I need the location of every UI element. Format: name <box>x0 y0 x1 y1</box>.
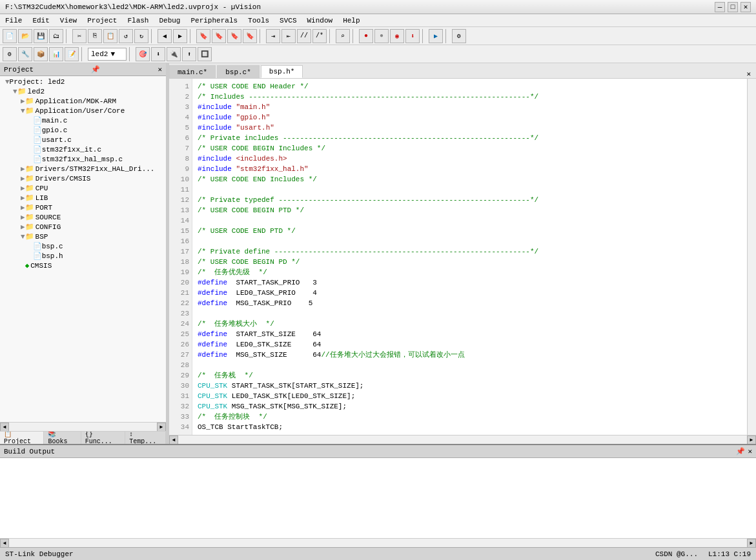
download-button[interactable]: ⬇ <box>405 29 420 43</box>
tab-bsph[interactable]: bsp.h* <box>261 65 303 78</box>
undo-button[interactable]: ↺ <box>119 29 133 43</box>
copy-button[interactable]: ⎘ <box>88 29 102 43</box>
project-hscroll[interactable]: ◀ ▶ <box>0 422 166 431</box>
menu-window[interactable]: Window <box>302 14 338 26</box>
proj-tab-project[interactable]: 📋 Project <box>0 432 44 444</box>
tree-appuser[interactable]: ▼ 📁Application/User/Core <box>0 106 166 115</box>
editor-scroll-right[interactable]: ▶ <box>747 435 756 445</box>
bookmark4-button[interactable]: 🔖 <box>243 29 257 43</box>
minimize-button[interactable]: — <box>715 2 725 12</box>
target-btn2[interactable]: 🔧 <box>18 47 32 61</box>
proj-scroll-left[interactable]: ◀ <box>0 423 9 432</box>
menu-edit[interactable]: Edit <box>27 14 54 26</box>
target-dropdown[interactable]: led2 ▼ <box>88 48 127 61</box>
indent-button[interactable]: ⇥ <box>266 29 280 43</box>
back-button[interactable]: ◀ <box>158 29 172 43</box>
tree-port-folder[interactable]: ▶ 📁PORT <box>0 203 166 212</box>
tree-cpu-folder[interactable]: ▶ 📁CPU <box>0 183 166 193</box>
tree-bsph[interactable]: ▶ 📄 bsp.h <box>0 251 166 261</box>
tree-gpioc[interactable]: ▶ 📄 gpio.c <box>0 125 166 135</box>
target-config-button[interactable]: ⚙ <box>3 47 17 61</box>
toolbar2: ⚙ 🔧 📦 📊 📝 led2 ▼ 🎯 ⬇ 🔌 ⬆ 🔲 <box>0 45 756 63</box>
tree-config-folder[interactable]: ▶ 📁CONFIG <box>0 222 166 232</box>
build-button[interactable]: ● <box>359 29 373 43</box>
menu-svcs[interactable]: SVCS <box>274 14 301 26</box>
editor-tabs: main.c* bsp.c* bsp.h* ✕ <box>169 63 756 79</box>
tree-stm32it[interactable]: ▶ 📄 stm32f1xx_it.c <box>0 145 166 154</box>
build-pin-icon[interactable]: 📌 <box>736 447 745 455</box>
tree-usartc[interactable]: ▶ 📄 usart.c <box>0 135 166 145</box>
target-btn5[interactable]: 📝 <box>65 47 79 61</box>
proj-tab-books[interactable]: 📚 Books <box>44 432 81 444</box>
editor-hscroll[interactable]: ◀ ▶ <box>169 435 756 444</box>
menu-flash[interactable]: Flash <box>122 14 154 26</box>
menu-peripherals[interactable]: Peripherals <box>185 14 243 26</box>
tree-lib-folder[interactable]: ▶ 📁LIB <box>0 193 166 203</box>
menu-file[interactable]: File <box>0 14 27 26</box>
menu-project[interactable]: Project <box>82 14 122 26</box>
cut-button[interactable]: ✂ <box>72 29 87 43</box>
tree-root[interactable]: ▼ Project: led2 <box>0 77 166 86</box>
menu-help[interactable]: Help <box>338 14 365 26</box>
editor-scroll-left[interactable]: ◀ <box>169 435 178 445</box>
bookmark2-button[interactable]: 🔖 <box>212 29 226 43</box>
editor-close-button[interactable]: ✕ <box>746 70 756 78</box>
save-all-button[interactable]: 🗂 <box>49 29 63 43</box>
bookmark1-button[interactable]: 🔖 <box>196 29 210 43</box>
tree-bsp-folder[interactable]: ▼ 📁BSP <box>0 232 166 241</box>
sep9 <box>81 47 85 61</box>
build-content[interactable] <box>0 458 756 538</box>
tree-cmsis-diamond[interactable]: ▶ ◆CMSIS <box>0 261 166 270</box>
target-btn10[interactable]: 🔲 <box>198 47 212 61</box>
outdent-button[interactable]: ⇤ <box>281 29 296 43</box>
status-position: L1:13 C:19 <box>708 550 751 558</box>
forward-button[interactable]: ▶ <box>173 29 187 43</box>
build-scroll-left[interactable]: ◀ <box>0 539 9 548</box>
close-button[interactable]: ✕ <box>741 2 751 12</box>
comment-button[interactable]: // <box>297 29 311 43</box>
target-btn7[interactable]: ⬇ <box>151 47 165 61</box>
editor-vscroll[interactable] <box>747 79 756 435</box>
tab-bspc[interactable]: bsp.c* <box>217 65 260 78</box>
tree-led2-folder[interactable]: ▼ 📁led2 <box>0 86 166 96</box>
bookmark3-button[interactable]: 🔖 <box>227 29 241 43</box>
project-close-icon[interactable]: ✕ <box>158 65 162 74</box>
tree-source-folder[interactable]: ▶ 📁SOURCE <box>0 212 166 222</box>
open-file-button[interactable]: 📂 <box>18 29 32 43</box>
tree-drivers-cmsis[interactable]: ▶ 📁Drivers/CMSIS <box>0 174 166 183</box>
menu-debug[interactable]: Debug <box>154 14 185 26</box>
tree-bspc[interactable]: ▶ 📄 bsp.c <box>0 241 166 251</box>
build-close-icon[interactable]: ✕ <box>748 447 752 455</box>
project-pin-icon[interactable]: 📌 <box>91 65 100 74</box>
tree-appmdk[interactable]: ▶ 📁Application/MDK-ARM <box>0 96 166 106</box>
paste-button[interactable]: 📋 <box>103 29 117 43</box>
sep5 <box>329 29 333 43</box>
redo-button[interactable]: ↻ <box>134 29 148 43</box>
settings-button[interactable]: ⚙ <box>452 29 466 43</box>
proj-tab-temp[interactable]: ↕ Temp... <box>125 432 166 444</box>
tree-mainc[interactable]: ▶ 📄 main.c <box>0 115 166 125</box>
stop-build-button[interactable]: ● <box>374 29 389 43</box>
rebuild-button[interactable]: ◉ <box>390 29 404 43</box>
save-button[interactable]: 💾 <box>34 29 48 43</box>
menu-view[interactable]: View <box>55 14 82 26</box>
proj-tab-func[interactable]: {} Func... <box>81 432 125 444</box>
proj-scroll-right[interactable]: ▶ <box>157 423 166 432</box>
uncomment-button[interactable]: /* <box>312 29 327 43</box>
build-hscroll[interactable]: ◀ ▶ <box>0 538 756 547</box>
target-btn3[interactable]: 📦 <box>34 47 48 61</box>
menu-tools[interactable]: Tools <box>243 14 274 26</box>
build-scroll-right[interactable]: ▶ <box>747 539 756 548</box>
target-btn6[interactable]: 🎯 <box>136 47 150 61</box>
target-btn8[interactable]: 🔌 <box>167 47 181 61</box>
code-content[interactable]: /* USER CODE END Header */ /* Includes -… <box>192 79 747 435</box>
new-file-button[interactable]: 📄 <box>3 29 17 43</box>
target-btn4[interactable]: 📊 <box>49 47 63 61</box>
debug-button[interactable]: ▶ <box>429 29 443 43</box>
tab-mainc[interactable]: main.c* <box>169 65 216 78</box>
tree-drivers-hal[interactable]: ▶ 📁Drivers/STM32F1xx_HAL_Dri... <box>0 164 166 174</box>
tree-stm32msp[interactable]: ▶ 📄 stm32f1xx_hal_msp.c <box>0 154 166 164</box>
find-button[interactable]: ⌕ <box>336 29 350 43</box>
maximize-button[interactable]: □ <box>728 2 738 12</box>
target-btn9[interactable]: ⬆ <box>182 47 196 61</box>
